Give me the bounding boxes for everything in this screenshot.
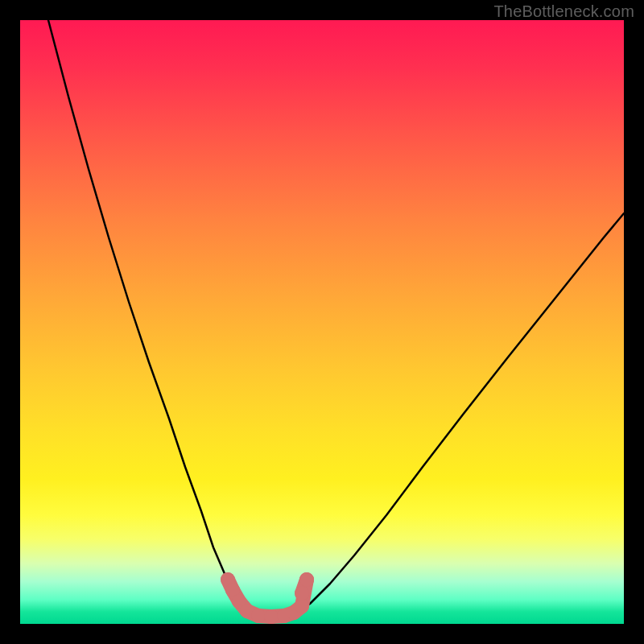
highlight-dot — [264, 609, 279, 624]
chart-svg — [20, 20, 624, 624]
highlight-dot — [251, 609, 266, 623]
highlight-group — [221, 572, 314, 624]
curve-left-branch — [48, 20, 252, 614]
highlight-dot — [299, 572, 314, 587]
chart-frame: TheBottleneck.com — [0, 0, 644, 644]
highlight-dot — [295, 586, 309, 601]
curve-right-branch — [294, 213, 624, 614]
chart-plot-area — [20, 20, 624, 624]
watermark-text: TheBottleneck.com — [493, 2, 634, 21]
highlight-dot — [295, 599, 309, 613]
